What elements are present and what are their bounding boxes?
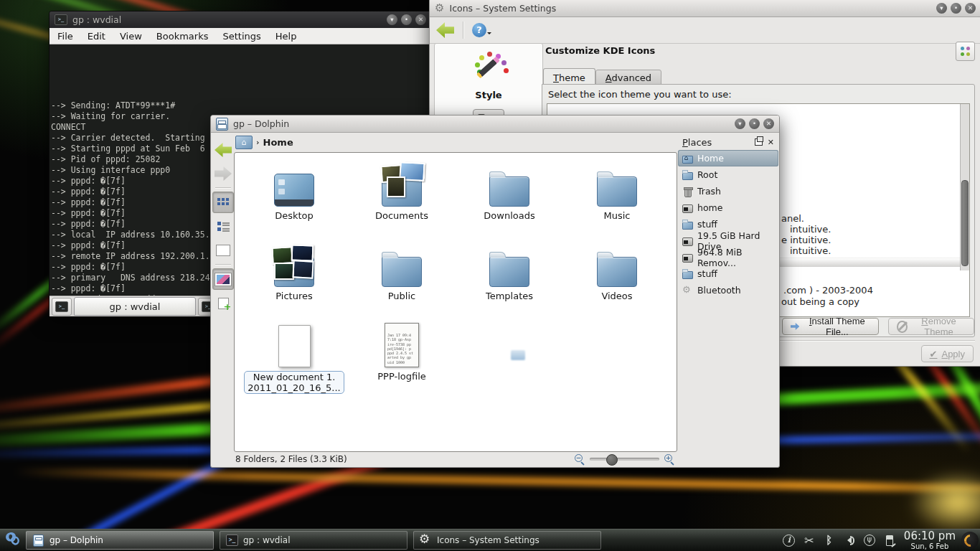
zoom-slider-handle[interactable]	[606, 454, 618, 466]
file-public[interactable]: Public	[348, 241, 456, 321]
places-item-bluetooth[interactable]: Bluetooth	[678, 282, 778, 298]
minimize-button[interactable]	[387, 14, 397, 25]
file-label: Public	[388, 291, 415, 301]
details-view-icon	[217, 222, 230, 232]
help-button[interactable]: ?	[472, 23, 491, 37]
file-documents[interactable]: Documents	[348, 161, 456, 241]
details-view-button[interactable]	[213, 217, 233, 237]
places-item-removable-media[interactable]: 964.8 MiB Remov...	[678, 249, 778, 265]
zoom-slider[interactable]	[590, 458, 659, 461]
taskbar: gp – Dolphin gp : wvdial Icons – System …	[0, 529, 980, 551]
clock[interactable]: 06:10 pm Sun, 6 Feb	[904, 530, 956, 550]
toolbar-separator	[463, 22, 463, 39]
split-view-icon	[218, 298, 229, 309]
file-ppp-logfile[interactable]: Jan 17 09:4 7:18 gp-Asp ire-5738 pp pd[1…	[348, 321, 456, 402]
battery-tray-icon[interactable]	[881, 532, 898, 548]
help-icon: ?	[472, 23, 486, 37]
icons-view-button[interactable]	[212, 192, 234, 213]
task-system-settings[interactable]: Icons – System Settings	[413, 531, 601, 550]
columns-view-button[interactable]	[213, 240, 233, 260]
folder-view[interactable]: Desktop Documents	[234, 152, 677, 452]
file-label: New document 1.2011_01_20_16_5...	[244, 371, 344, 394]
minimize-button[interactable]	[936, 3, 947, 14]
place-icon	[682, 169, 693, 181]
page-title: Customize KDE Icons	[545, 45, 655, 56]
file-desktop[interactable]: Desktop	[240, 161, 348, 241]
float-panel-icon[interactable]	[755, 138, 763, 146]
file-icon	[240, 321, 348, 367]
maximize-button[interactable]	[401, 14, 412, 25]
maximize-button[interactable]	[749, 118, 760, 129]
minimize-button[interactable]	[735, 118, 745, 129]
file-pictures[interactable]: Pictures	[240, 241, 348, 321]
menu-item[interactable]: Settings	[222, 31, 260, 42]
back-button[interactable]	[213, 140, 233, 160]
file-downloads[interactable]: Downloads	[456, 161, 563, 241]
breadcrumb-home[interactable]: Home	[263, 137, 293, 148]
bluetooth-tray-icon[interactable]	[821, 532, 838, 548]
application-launcher-button[interactable]	[0, 529, 23, 551]
scrollbar-thumb[interactable]	[961, 180, 969, 266]
place-label: stuff	[697, 268, 717, 279]
check-icon: ✔	[930, 349, 938, 359]
usb-device-tray-icon[interactable]	[861, 532, 878, 548]
zoom-out-icon[interactable]	[575, 454, 585, 464]
menu-item[interactable]: View	[120, 31, 142, 42]
places-item-home-partition[interactable]: home	[678, 199, 778, 216]
places-list: Home Root Trash home	[678, 150, 778, 298]
file-videos[interactable]: Videos	[563, 241, 671, 321]
places-item-home[interactable]: Home	[678, 150, 778, 166]
close-button[interactable]	[965, 3, 976, 14]
zoom-in-icon[interactable]	[664, 454, 674, 464]
task-konsole[interactable]: gp : wvdial	[220, 531, 407, 550]
task-dolphin[interactable]: gp – Dolphin	[26, 531, 214, 550]
place-icon	[682, 285, 693, 296]
task-icon	[32, 534, 44, 547]
volume-tray-icon[interactable]	[841, 532, 858, 548]
install-theme-button[interactable]: Install Theme File...	[782, 318, 879, 335]
new-tab-button[interactable]	[52, 298, 72, 316]
list-scrollbar[interactable]	[960, 104, 969, 270]
file-grid: Desktop Documents	[235, 153, 677, 402]
place-label: Trash	[697, 186, 721, 197]
place-label: Bluetooth	[697, 285, 741, 296]
menu-item[interactable]: Help	[275, 31, 297, 42]
places-item-root[interactable]: Root	[678, 166, 778, 183]
file-new-document[interactable]: New document 1.2011_01_20_16_5...	[240, 321, 348, 402]
maximize-button[interactable]	[951, 3, 961, 14]
file-music[interactable]: Music	[563, 161, 671, 241]
scissors-tray-icon[interactable]	[801, 532, 818, 548]
file-templates[interactable]: Templates	[456, 241, 563, 321]
preview-toggle-button[interactable]	[212, 268, 234, 290]
home-folder-icon[interactable]	[235, 136, 253, 149]
file-label: Downloads	[484, 210, 534, 221]
close-panel-icon[interactable]: ✕	[768, 138, 774, 146]
overview-button[interactable]	[956, 42, 975, 61]
menu-item[interactable]: File	[57, 31, 73, 42]
remove-theme-button[interactable]: Remove Theme	[888, 318, 974, 335]
split-view-button[interactable]	[213, 293, 233, 314]
dolphin-toolbar	[212, 137, 235, 451]
places-item-trash[interactable]: Trash	[678, 183, 778, 199]
konsole-titlebar[interactable]: gp : wvdial	[50, 11, 431, 28]
info-tray-icon[interactable]	[781, 532, 798, 548]
sidebar-item-style[interactable]: Style	[435, 90, 542, 100]
back-arrow-icon[interactable]	[436, 22, 454, 38]
place-label: Root	[697, 169, 717, 180]
back-arrow-icon	[215, 143, 232, 157]
file-icon	[240, 161, 348, 207]
menu-item[interactable]: Edit	[88, 31, 105, 42]
style-category-icon[interactable]	[471, 51, 506, 84]
konsole-title: gp : wvdial	[72, 14, 121, 25]
konsole-tab-label: gp : wvdial	[110, 301, 161, 312]
forward-button[interactable]	[213, 164, 233, 184]
overview-icon	[961, 47, 964, 50]
konsole-tab[interactable]: gp : wvdial	[74, 297, 196, 316]
panel-toolbox-cashew[interactable]	[961, 532, 979, 549]
system-settings-titlebar[interactable]: ⚙ Icons – System Settings	[430, 0, 980, 17]
menu-item[interactable]: Bookmarks	[156, 31, 209, 42]
close-button[interactable]	[415, 14, 426, 25]
apply-button[interactable]: ✔ Apply	[921, 345, 974, 362]
close-button[interactable]	[763, 118, 774, 129]
dolphin-titlebar[interactable]: gp – Dolphin	[211, 116, 779, 133]
